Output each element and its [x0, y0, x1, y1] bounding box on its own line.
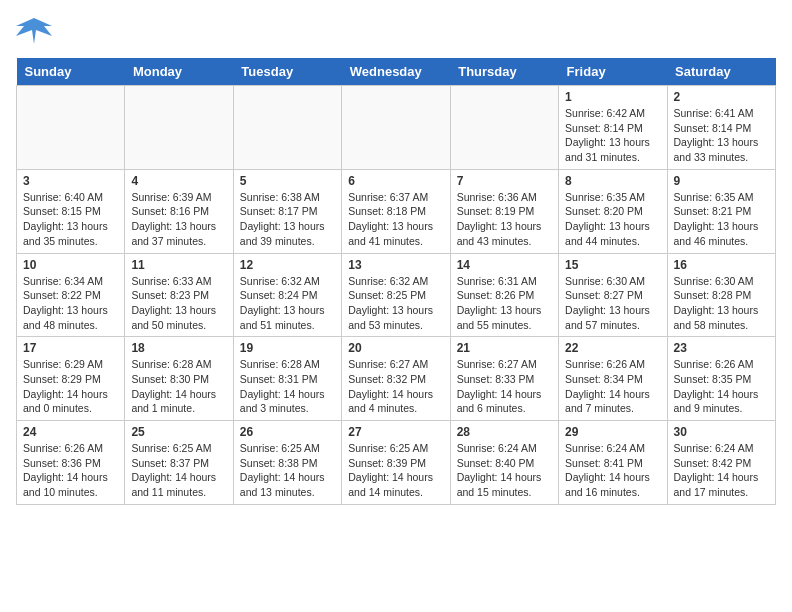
day-info: Sunrise: 6:26 AMSunset: 8:36 PMDaylight:…	[23, 441, 118, 500]
calendar-cell: 14Sunrise: 6:31 AMSunset: 8:26 PMDayligh…	[450, 253, 558, 337]
day-number: 18	[131, 341, 226, 355]
calendar-cell: 22Sunrise: 6:26 AMSunset: 8:34 PMDayligh…	[559, 337, 667, 421]
day-info: Sunrise: 6:28 AMSunset: 8:30 PMDaylight:…	[131, 357, 226, 416]
header	[16, 16, 776, 46]
calendar-header-row: SundayMondayTuesdayWednesdayThursdayFrid…	[17, 58, 776, 86]
day-info: Sunrise: 6:25 AMSunset: 8:38 PMDaylight:…	[240, 441, 335, 500]
calendar-cell: 18Sunrise: 6:28 AMSunset: 8:30 PMDayligh…	[125, 337, 233, 421]
calendar-cell: 11Sunrise: 6:33 AMSunset: 8:23 PMDayligh…	[125, 253, 233, 337]
day-number: 4	[131, 174, 226, 188]
day-info: Sunrise: 6:36 AMSunset: 8:19 PMDaylight:…	[457, 190, 552, 249]
calendar-cell: 9Sunrise: 6:35 AMSunset: 8:21 PMDaylight…	[667, 169, 775, 253]
header-day-thursday: Thursday	[450, 58, 558, 86]
header-day-sunday: Sunday	[17, 58, 125, 86]
day-number: 17	[23, 341, 118, 355]
day-info: Sunrise: 6:35 AMSunset: 8:20 PMDaylight:…	[565, 190, 660, 249]
header-day-wednesday: Wednesday	[342, 58, 450, 86]
calendar-cell: 30Sunrise: 6:24 AMSunset: 8:42 PMDayligh…	[667, 421, 775, 505]
calendar-cell: 17Sunrise: 6:29 AMSunset: 8:29 PMDayligh…	[17, 337, 125, 421]
day-info: Sunrise: 6:32 AMSunset: 8:25 PMDaylight:…	[348, 274, 443, 333]
day-info: Sunrise: 6:25 AMSunset: 8:39 PMDaylight:…	[348, 441, 443, 500]
day-info: Sunrise: 6:27 AMSunset: 8:33 PMDaylight:…	[457, 357, 552, 416]
calendar-cell: 7Sunrise: 6:36 AMSunset: 8:19 PMDaylight…	[450, 169, 558, 253]
svg-marker-0	[16, 18, 52, 44]
calendar-cell: 20Sunrise: 6:27 AMSunset: 8:32 PMDayligh…	[342, 337, 450, 421]
day-info: Sunrise: 6:34 AMSunset: 8:22 PMDaylight:…	[23, 274, 118, 333]
day-info: Sunrise: 6:32 AMSunset: 8:24 PMDaylight:…	[240, 274, 335, 333]
day-info: Sunrise: 6:31 AMSunset: 8:26 PMDaylight:…	[457, 274, 552, 333]
day-number: 11	[131, 258, 226, 272]
calendar-cell: 16Sunrise: 6:30 AMSunset: 8:28 PMDayligh…	[667, 253, 775, 337]
day-info: Sunrise: 6:35 AMSunset: 8:21 PMDaylight:…	[674, 190, 769, 249]
calendar-week-3: 10Sunrise: 6:34 AMSunset: 8:22 PMDayligh…	[17, 253, 776, 337]
day-number: 21	[457, 341, 552, 355]
day-info: Sunrise: 6:40 AMSunset: 8:15 PMDaylight:…	[23, 190, 118, 249]
day-number: 9	[674, 174, 769, 188]
calendar-cell: 2Sunrise: 6:41 AMSunset: 8:14 PMDaylight…	[667, 86, 775, 170]
calendar-cell	[125, 86, 233, 170]
day-info: Sunrise: 6:30 AMSunset: 8:28 PMDaylight:…	[674, 274, 769, 333]
logo-bird-icon	[16, 16, 52, 46]
day-number: 19	[240, 341, 335, 355]
day-info: Sunrise: 6:29 AMSunset: 8:29 PMDaylight:…	[23, 357, 118, 416]
calendar-cell: 10Sunrise: 6:34 AMSunset: 8:22 PMDayligh…	[17, 253, 125, 337]
calendar-cell: 13Sunrise: 6:32 AMSunset: 8:25 PMDayligh…	[342, 253, 450, 337]
header-day-monday: Monday	[125, 58, 233, 86]
calendar-cell: 5Sunrise: 6:38 AMSunset: 8:17 PMDaylight…	[233, 169, 341, 253]
calendar-cell: 26Sunrise: 6:25 AMSunset: 8:38 PMDayligh…	[233, 421, 341, 505]
day-info: Sunrise: 6:38 AMSunset: 8:17 PMDaylight:…	[240, 190, 335, 249]
day-number: 24	[23, 425, 118, 439]
calendar-cell: 4Sunrise: 6:39 AMSunset: 8:16 PMDaylight…	[125, 169, 233, 253]
calendar-week-1: 1Sunrise: 6:42 AMSunset: 8:14 PMDaylight…	[17, 86, 776, 170]
day-number: 12	[240, 258, 335, 272]
day-info: Sunrise: 6:26 AMSunset: 8:34 PMDaylight:…	[565, 357, 660, 416]
calendar-cell: 6Sunrise: 6:37 AMSunset: 8:18 PMDaylight…	[342, 169, 450, 253]
day-info: Sunrise: 6:37 AMSunset: 8:18 PMDaylight:…	[348, 190, 443, 249]
day-number: 27	[348, 425, 443, 439]
calendar-cell: 19Sunrise: 6:28 AMSunset: 8:31 PMDayligh…	[233, 337, 341, 421]
header-day-friday: Friday	[559, 58, 667, 86]
day-number: 23	[674, 341, 769, 355]
day-number: 8	[565, 174, 660, 188]
day-info: Sunrise: 6:42 AMSunset: 8:14 PMDaylight:…	[565, 106, 660, 165]
calendar-cell: 8Sunrise: 6:35 AMSunset: 8:20 PMDaylight…	[559, 169, 667, 253]
day-number: 10	[23, 258, 118, 272]
calendar-table: SundayMondayTuesdayWednesdayThursdayFrid…	[16, 58, 776, 505]
calendar-cell: 3Sunrise: 6:40 AMSunset: 8:15 PMDaylight…	[17, 169, 125, 253]
day-number: 2	[674, 90, 769, 104]
day-info: Sunrise: 6:41 AMSunset: 8:14 PMDaylight:…	[674, 106, 769, 165]
calendar-cell	[17, 86, 125, 170]
calendar-cell	[450, 86, 558, 170]
day-number: 22	[565, 341, 660, 355]
day-number: 30	[674, 425, 769, 439]
day-number: 5	[240, 174, 335, 188]
calendar-cell: 1Sunrise: 6:42 AMSunset: 8:14 PMDaylight…	[559, 86, 667, 170]
day-info: Sunrise: 6:30 AMSunset: 8:27 PMDaylight:…	[565, 274, 660, 333]
day-info: Sunrise: 6:24 AMSunset: 8:42 PMDaylight:…	[674, 441, 769, 500]
calendar-cell: 27Sunrise: 6:25 AMSunset: 8:39 PMDayligh…	[342, 421, 450, 505]
day-number: 6	[348, 174, 443, 188]
calendar-week-5: 24Sunrise: 6:26 AMSunset: 8:36 PMDayligh…	[17, 421, 776, 505]
day-info: Sunrise: 6:28 AMSunset: 8:31 PMDaylight:…	[240, 357, 335, 416]
day-info: Sunrise: 6:24 AMSunset: 8:41 PMDaylight:…	[565, 441, 660, 500]
day-number: 25	[131, 425, 226, 439]
day-info: Sunrise: 6:24 AMSunset: 8:40 PMDaylight:…	[457, 441, 552, 500]
calendar-cell: 12Sunrise: 6:32 AMSunset: 8:24 PMDayligh…	[233, 253, 341, 337]
day-info: Sunrise: 6:27 AMSunset: 8:32 PMDaylight:…	[348, 357, 443, 416]
calendar-cell	[233, 86, 341, 170]
calendar-week-4: 17Sunrise: 6:29 AMSunset: 8:29 PMDayligh…	[17, 337, 776, 421]
calendar-cell: 21Sunrise: 6:27 AMSunset: 8:33 PMDayligh…	[450, 337, 558, 421]
calendar-week-2: 3Sunrise: 6:40 AMSunset: 8:15 PMDaylight…	[17, 169, 776, 253]
calendar-cell: 23Sunrise: 6:26 AMSunset: 8:35 PMDayligh…	[667, 337, 775, 421]
day-number: 28	[457, 425, 552, 439]
day-number: 14	[457, 258, 552, 272]
day-number: 20	[348, 341, 443, 355]
day-number: 29	[565, 425, 660, 439]
day-number: 16	[674, 258, 769, 272]
calendar-cell: 25Sunrise: 6:25 AMSunset: 8:37 PMDayligh…	[125, 421, 233, 505]
header-day-saturday: Saturday	[667, 58, 775, 86]
day-number: 7	[457, 174, 552, 188]
day-info: Sunrise: 6:33 AMSunset: 8:23 PMDaylight:…	[131, 274, 226, 333]
calendar-cell: 15Sunrise: 6:30 AMSunset: 8:27 PMDayligh…	[559, 253, 667, 337]
day-info: Sunrise: 6:25 AMSunset: 8:37 PMDaylight:…	[131, 441, 226, 500]
